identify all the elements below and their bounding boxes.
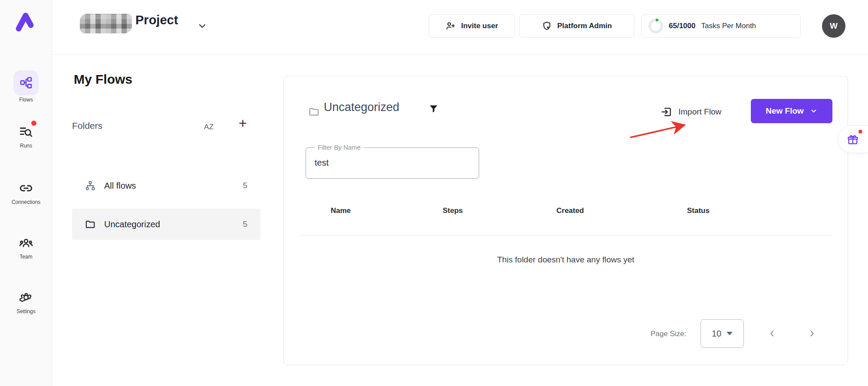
user-plus-icon [445, 21, 456, 31]
project-name-redacted [80, 14, 132, 33]
invite-user-button[interactable]: Invite user [429, 14, 515, 38]
filter-field-label: Filter By Name [315, 144, 364, 151]
caret-down-icon [727, 332, 733, 335]
folder-icon [85, 219, 96, 230]
shield-icon [542, 21, 552, 31]
sidebar-item-label: Team [0, 254, 52, 260]
current-folder-title: Uncategorized [324, 101, 399, 114]
sidebar-item-flows[interactable]: Flows [0, 70, 52, 103]
tasks-usage-widget[interactable]: 65/1000 Tasks Per Month [641, 14, 801, 38]
top-header: Project Invite user Platform Admin [52, 0, 868, 55]
folder-item-label: Uncategorized [104, 219, 160, 229]
filter-by-name-field[interactable]: Filter By Name [306, 147, 479, 179]
avatar[interactable]: W [822, 14, 845, 38]
invite-user-label: Invite user [461, 22, 498, 30]
sidebar: Flows Runs Connections [0, 0, 52, 386]
runs-badge-dot [31, 121, 36, 126]
empty-state-message: This folder doesn't have any flows yet [284, 255, 848, 265]
folder-item-label: All flows [104, 181, 136, 191]
runs-icon [16, 122, 36, 141]
import-flow-button[interactable]: Import Flow [661, 106, 721, 118]
next-page-button[interactable] [806, 327, 819, 340]
previous-page-button[interactable] [766, 327, 779, 340]
sitemap-icon [85, 180, 96, 191]
sort-alpha-icon[interactable]: AZ [204, 123, 214, 131]
add-folder-button[interactable]: + [239, 116, 247, 130]
new-flow-button[interactable]: New Flow [751, 99, 832, 123]
chevron-down-icon[interactable] [197, 21, 207, 31]
flows-icon [13, 70, 39, 95]
tasks-usage-value: 65/1000 [669, 22, 695, 30]
column-header-created: Created [556, 206, 584, 215]
import-flow-label: Import Flow [678, 107, 721, 117]
gear-icon [16, 288, 36, 307]
filter-by-name-input[interactable] [315, 154, 467, 171]
page-title: My Flows [74, 72, 132, 87]
platform-admin-button[interactable]: Platform Admin [519, 14, 635, 38]
gift-icon [847, 134, 859, 146]
tasks-progress-ring [648, 19, 663, 33]
platform-admin-label: Platform Admin [557, 22, 612, 30]
sidebar-item-label: Connections [0, 199, 52, 205]
sidebar-item-label: Runs [0, 143, 52, 149]
sidebar-item-connections[interactable]: Connections [0, 179, 52, 205]
new-flow-label: New Flow [766, 106, 804, 116]
page-size-select[interactable]: 10 [700, 319, 744, 348]
table-divider [299, 235, 833, 236]
flows-card: Uncategorized Import Flow New Flow [283, 76, 848, 365]
tasks-usage-label: Tasks Per Month [701, 22, 756, 30]
avatar-initial: W [830, 21, 838, 31]
sidebar-item-settings[interactable]: Settings [0, 288, 52, 314]
page-size-value: 10 [712, 329, 721, 339]
filter-funnel-icon[interactable] [428, 103, 439, 114]
sidebar-item-runs[interactable]: Runs [0, 122, 52, 149]
chevron-down-icon [810, 107, 818, 115]
folder-icon [308, 106, 320, 118]
page-size-label: Page Size: [651, 330, 686, 338]
team-icon [16, 233, 36, 252]
sidebar-item-team[interactable]: Team [0, 233, 52, 260]
project-switcher[interactable]: Project [135, 13, 178, 27]
link-icon [16, 179, 36, 198]
import-icon [661, 106, 673, 118]
column-header-status: Status [687, 206, 710, 215]
annotation-arrow [627, 120, 692, 141]
folder-item-all-flows[interactable]: All flows 5 [72, 173, 260, 198]
app-window: Flows Runs Connections [0, 0, 868, 386]
column-header-steps: Steps [443, 206, 463, 215]
folder-item-count: 5 [243, 181, 247, 190]
sidebar-item-label: Settings [0, 308, 52, 314]
folder-item-count: 5 [243, 219, 247, 229]
folder-item-uncategorized[interactable]: Uncategorized 5 [72, 209, 260, 240]
rewards-badge-dot [858, 130, 862, 134]
folders-section-title: Folders [72, 121, 102, 131]
activepieces-logo-icon[interactable] [12, 10, 37, 35]
column-header-name: Name [331, 206, 351, 215]
sidebar-item-label: Flows [0, 97, 52, 103]
rewards-drawer-tab[interactable] [838, 125, 868, 153]
